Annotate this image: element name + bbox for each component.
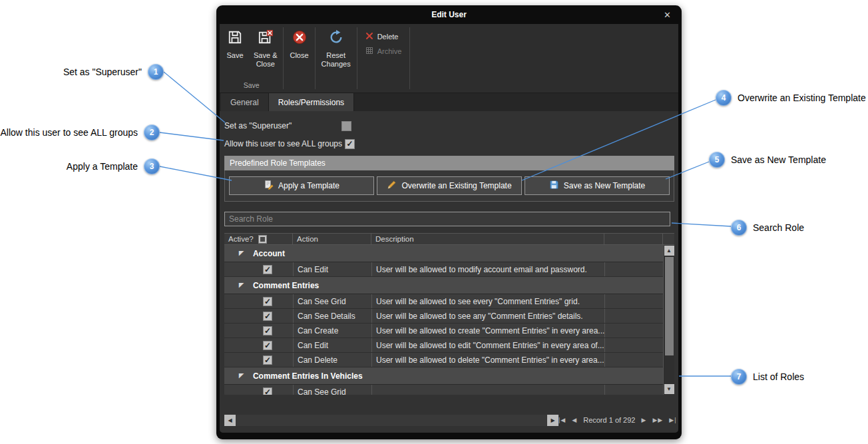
callout-list-of-roles: 7 List of Roles: [731, 369, 804, 385]
groupbox-title: Predefined Role Templates: [224, 156, 674, 170]
callout-badge-4: 4: [716, 90, 732, 106]
column-header-active[interactable]: Active?: [224, 234, 293, 244]
all-groups-checkbox[interactable]: [345, 139, 355, 149]
callout-label: Overwrite an Existing Template: [738, 93, 866, 103]
close-red-icon: [292, 30, 307, 47]
roles-grid: Active? Action Description ◤ Account: [224, 233, 674, 395]
last-record-button[interactable]: ▶|: [669, 417, 676, 423]
role-checkbox[interactable]: [263, 326, 272, 335]
tab-bar: General Roles/Permissions: [220, 93, 678, 111]
role-checkbox[interactable]: [263, 355, 272, 365]
callout-label: Apply a Template: [67, 161, 138, 172]
callout-badge-7: 7: [731, 369, 747, 385]
ribbon: Save Save & Close Save: [220, 24, 678, 93]
next-record-button[interactable]: ▶: [641, 417, 646, 423]
scrollbar-thumb[interactable]: [665, 257, 674, 355]
role-action: Can See Grid: [293, 385, 371, 395]
column-header-action[interactable]: Action: [293, 234, 371, 244]
table-row[interactable]: Can See Grid: [224, 385, 663, 395]
edit-user-window: Edit User ✕ Save: [216, 5, 682, 439]
group-row-account[interactable]: ◤ Account: [224, 245, 663, 262]
table-row[interactable]: Can Edit User will be allowed to edit "C…: [224, 338, 663, 353]
superuser-label: Set as "Superuser": [224, 121, 341, 130]
callout-superuser: Set as "Superuser" 1: [63, 64, 164, 80]
delete-button[interactable]: Delete: [365, 32, 402, 41]
table-row[interactable]: Can Delete User will be allowed to delet…: [224, 353, 663, 367]
role-checkbox[interactable]: [263, 265, 272, 274]
scroll-right-button[interactable]: ▶: [547, 415, 558, 426]
reset-changes-button[interactable]: Reset Changes: [317, 24, 355, 93]
ribbon-group-label-save: Save: [221, 80, 282, 93]
tab-roles-permissions[interactable]: Roles/Permissions: [269, 93, 354, 111]
group-row-comment-entries[interactable]: ◤ Comment Entries: [224, 277, 663, 294]
reset-changes-icon: [329, 30, 343, 47]
save-icon: [228, 30, 242, 47]
callout-badge-5: 5: [709, 152, 725, 168]
collapse-triangle-icon[interactable]: ◤: [239, 282, 244, 288]
scroll-down-icon[interactable]: ▼: [664, 384, 674, 394]
callout-apply-template: Apply a Template 3: [67, 158, 160, 174]
apply-template-button[interactable]: Apply a Template: [229, 176, 374, 195]
save-and-close-label-1: Save &: [254, 51, 277, 60]
ribbon-group-save: Save Save & Close Save: [221, 24, 282, 93]
column-header-description[interactable]: Description: [371, 234, 604, 244]
save-new-template-button[interactable]: Save as New Template: [525, 176, 670, 195]
role-action: Can Create: [293, 324, 371, 337]
role-checkbox[interactable]: [263, 297, 272, 306]
role-checkbox[interactable]: [263, 387, 272, 395]
save-new-template-label: Save as New Template: [564, 181, 646, 190]
role-checkbox[interactable]: [263, 312, 272, 321]
table-row[interactable]: Can Create User will be allowed to creat…: [224, 324, 663, 338]
callout-label: Save as New Template: [731, 154, 826, 165]
collapse-triangle-icon[interactable]: ◤: [239, 250, 244, 256]
role-description: User will be allowed to see any "Comment…: [371, 309, 604, 323]
table-row[interactable]: Can See Grid User will be allowed to see…: [224, 294, 663, 309]
role-description: [371, 385, 604, 395]
callout-label: Search Role: [753, 222, 804, 233]
prev-record-button[interactable]: ◀: [572, 417, 577, 423]
close-icon[interactable]: ✕: [664, 10, 671, 20]
role-action: Can Edit: [293, 262, 371, 276]
bottom-bar: ◀ ▶ |◀ ◀ Record 1 of 292 ▶ ▶▶ ▶|: [224, 414, 674, 426]
delete-label: Delete: [377, 33, 399, 41]
table-row[interactable]: Can See Details User will be allowed to …: [224, 309, 663, 324]
superuser-checkbox[interactable]: [341, 121, 351, 131]
page: Edit User ✕ Save: [0, 0, 868, 444]
role-checkbox[interactable]: [263, 341, 272, 350]
callout-save-new-template: 5 Save as New Template: [709, 152, 826, 168]
close-button-label: Close: [290, 51, 308, 60]
save-button-label: Save: [226, 51, 243, 60]
next-page-button[interactable]: ▶▶: [652, 417, 663, 423]
role-action: Can Edit: [293, 338, 371, 352]
roles-permissions-panel: Set as "Superuser" Allow this user to se…: [220, 111, 678, 433]
overwrite-template-icon: [387, 180, 397, 192]
titlebar: Edit User ✕: [216, 5, 682, 24]
collapse-triangle-icon[interactable]: ◤: [239, 373, 244, 379]
column-header-empty: [604, 234, 663, 244]
ribbon-separator: [315, 27, 316, 89]
save-button[interactable]: Save: [221, 24, 249, 80]
first-record-button[interactable]: |◀: [558, 417, 566, 423]
tab-general[interactable]: General: [221, 93, 269, 111]
save-and-close-button[interactable]: Save & Close: [249, 24, 282, 80]
group-row-comment-entries-in-vehicles[interactable]: ◤ Comment Entries In Vehicles: [224, 367, 663, 385]
overwrite-template-button[interactable]: Overwrite an Existing Template: [377, 176, 522, 195]
search-role-input[interactable]: [224, 212, 670, 226]
vertical-scrollbar[interactable]: ▲ ▼: [663, 245, 674, 395]
horizontal-scrollbar[interactable]: [236, 415, 547, 426]
close-button[interactable]: Close: [285, 24, 313, 93]
predefined-role-templates-group: Predefined Role Templates Apply a Templa…: [224, 156, 674, 202]
apply-template-label: Apply a Template: [278, 181, 339, 190]
callout-label: List of Roles: [753, 371, 804, 382]
role-description: User will be allowed to create "Comment …: [371, 324, 604, 337]
scroll-left-button[interactable]: ◀: [224, 415, 236, 426]
archive-button[interactable]: Archive: [365, 47, 402, 56]
table-row[interactable]: Can Edit User will be allowed to modify …: [224, 262, 663, 277]
role-description: User will be allowed to modify account e…: [371, 262, 604, 276]
callout-badge-1: 1: [148, 64, 164, 80]
save-and-close-label-2: Close: [254, 60, 277, 69]
scroll-up-icon[interactable]: ▲: [664, 246, 674, 256]
apply-template-icon: [264, 180, 274, 192]
select-all-checkbox[interactable]: [258, 235, 267, 244]
callout-overwrite-template: 4 Overwrite an Existing Template: [716, 90, 866, 106]
